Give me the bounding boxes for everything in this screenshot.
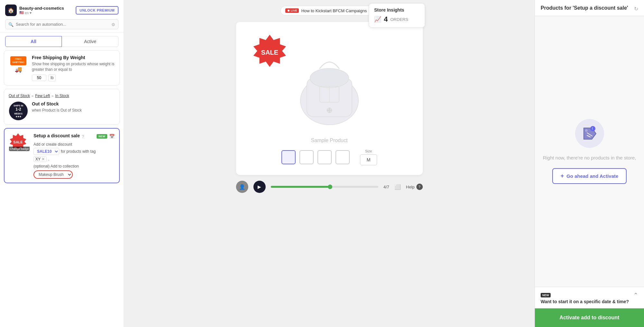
dropdown-icon[interactable]: ▾ [30, 11, 32, 15]
help-button[interactable]: Help ? [406, 184, 423, 190]
optional-label: (optional) Add to collection [33, 164, 79, 168]
store-info: 🏠 Beauty-and-cosmetics 🇺🇸 en ▾ UNLOCK PR… [5, 5, 118, 16]
refresh-icon[interactable]: ↻ [634, 6, 638, 12]
new-badge-sm: NEW [541, 293, 551, 297]
variant-box-4[interactable] [336, 150, 350, 164]
rp-bottom: NEW Want to start it on a specific date … [535, 287, 644, 327]
automation-card-free-shipping[interactable]: FREESHIPPING 🚚 Free Shipping By Weight S… [4, 50, 120, 86]
ships-badge: SHIPS IN 1-2 WEEKS ★★★ [9, 102, 28, 120]
new-feature-bar: NEW Want to start it on a specific date … [535, 287, 644, 308]
store-name-wrap: Beauty-and-cosmetics 🇺🇸 en ▾ [19, 6, 64, 15]
product-preview: SALE Sample Product Size [236, 22, 423, 175]
sidebar: 🏠 Beauty-and-cosmetics 🇺🇸 en ▾ UNLOCK PR… [0, 0, 124, 327]
tag-row: XY ✕ . [33, 156, 115, 162]
card-content: Free Shipping By Weight Show free shippi… [32, 55, 115, 81]
activate-green-button[interactable]: Activate add to discount [535, 308, 644, 327]
sidebar-header: 🏠 Beauty-and-cosmetics 🇺🇸 en ▾ UNLOCK PR… [0, 0, 124, 33]
bottom-controls: 👤 ▶ 4/7 ⬜ Help ? [236, 181, 423, 193]
progress-fill [271, 186, 330, 188]
collection-select-row: Makeup Brush [33, 170, 115, 179]
card-top: FREESHIPPING 🚚 Free Shipping By Weight S… [9, 55, 115, 81]
si-orders: ORDERS [390, 17, 408, 22]
search-wrap: 🔍 ⚙ [5, 19, 118, 29]
store-left: 🏠 Beauty-and-cosmetics 🇺🇸 en ▾ [5, 5, 64, 16]
product-image-area: SALE [246, 32, 413, 134]
tag-icon: ! [581, 125, 598, 142]
dot-label: . [48, 157, 49, 161]
collection-select[interactable]: Makeup Brush [34, 171, 72, 178]
chain-out-of-stock[interactable]: Out of Stock [9, 94, 30, 98]
discount-code-select[interactable]: SALE10 [33, 148, 59, 155]
rp-header: ↻ Products for 'Setup a discount sale' [535, 0, 644, 16]
sale-sticker: SALE [252, 35, 288, 70]
size-box[interactable]: M [360, 154, 377, 165]
tag-input-wrap: XY ✕ [33, 156, 47, 162]
discount-badge-wrap: SALE Change badge [9, 133, 30, 151]
variant-box-1[interactable] [281, 150, 296, 164]
chain-few-left[interactable]: Few Left [35, 94, 50, 98]
feature-text: Want to start it on a specific date & ti… [541, 299, 629, 305]
tag-remove-icon[interactable]: ✕ [42, 157, 45, 161]
progress-track[interactable] [271, 186, 378, 188]
help-icon[interactable]: ? [82, 134, 84, 139]
new-feature-content: NEW Want to start it on a specific date … [541, 292, 629, 305]
chain-in-stock[interactable]: In Stock [55, 94, 69, 98]
tab-active[interactable]: Active [62, 36, 118, 47]
card-controls: Add or create discount SALE10 for produc… [33, 142, 115, 179]
avatar: 👤 [236, 181, 248, 193]
calendar-icon[interactable]: 📅 [109, 134, 115, 139]
live-banner[interactable]: ⏺ LIVE How to Kickstart BFCM Campaigns ✕ [280, 6, 378, 15]
free-shipping-label: FREESHIPPING [10, 56, 26, 65]
free-shipping-badge: FREESHIPPING 🚚 [9, 55, 28, 74]
svg-point-8 [585, 129, 588, 132]
product-name: Sample Product [311, 138, 348, 143]
no-products-text: Right now, there're no products in the s… [543, 154, 636, 162]
card-content-oos: Out of Stock when Product is Out of Stoc… [32, 101, 115, 113]
card-desc-oos: when Product is Out of Stock [32, 108, 115, 113]
variant-box-2[interactable] [299, 150, 314, 164]
card-title-oos: Out of Stock [32, 101, 115, 106]
card-title: Free Shipping By Weight [32, 55, 115, 60]
weight-input[interactable] [32, 75, 46, 81]
tab-all[interactable]: All [5, 36, 62, 47]
activate-label: Go ahead and Activate [566, 173, 618, 179]
unlock-premium-button[interactable]: UNLOCK PREMIUM [76, 6, 118, 14]
store-lang: 🇺🇸 en ▾ [19, 11, 64, 15]
oos-chain: Out of Stock » Few Left » In Stock [9, 94, 115, 98]
chain-arrow-1: » [32, 94, 33, 98]
size-select-wrap: Size M [360, 149, 377, 165]
main-center: Store Insights 📈 4 ORDERS ⏺ LIVE How to … [124, 0, 535, 327]
store-insights-title: Store Insights [374, 7, 420, 13]
for-products-label: for products with tag [61, 149, 96, 154]
discount-content: Setup a discount sale ? NEW 📅 Add or cre… [33, 133, 115, 179]
rp-title: Products for 'Setup a discount sale' [541, 5, 638, 11]
step-icon[interactable]: ⬜ [394, 184, 401, 190]
ships-badge-wrap: SHIPS IN 1-2 WEEKS ★★★ [9, 101, 28, 121]
search-icon: 🔍 [8, 22, 14, 27]
rp-body: ! Right now, there're no products in the… [535, 16, 644, 287]
filter-icon[interactable]: ⚙ [111, 22, 115, 27]
change-badge-label[interactable]: Change badge [9, 147, 30, 151]
automation-card-out-of-stock[interactable]: Out of Stock » Few Left » In Stock SHIPS… [4, 89, 120, 125]
weight-row: lb [32, 74, 115, 82]
store-insights-widget: Store Insights 📈 4 ORDERS [369, 3, 425, 28]
collection-row: (optional) Add to collection [33, 164, 115, 168]
plus-icon: + [561, 173, 564, 179]
variant-row: Size M [246, 149, 413, 165]
svg-point-2 [310, 68, 349, 88]
play-button[interactable]: ▶ [253, 181, 266, 193]
variant-box-3[interactable] [317, 150, 332, 164]
step-counter: 4/7 [384, 185, 389, 189]
search-input[interactable] [5, 19, 118, 29]
automation-card-discount[interactable]: SALE Change badge Setup a discount sale … [4, 128, 120, 183]
tag-value: XY [35, 157, 41, 161]
product-image [288, 36, 371, 130]
store-icon[interactable]: 🏠 [5, 5, 17, 16]
chevron-up-icon[interactable]: ⌃ [633, 292, 638, 299]
discount-title: Setup a discount sale [33, 133, 80, 138]
help-circle-icon: ? [416, 184, 423, 190]
live-text: How to Kickstart BFCM Campaigns [301, 8, 367, 13]
truck-icon: 🚚 [15, 66, 22, 73]
go-ahead-activate-button[interactable]: + Go ahead and Activate [552, 168, 627, 184]
automations-list: FREESHIPPING 🚚 Free Shipping By Weight S… [0, 47, 124, 327]
